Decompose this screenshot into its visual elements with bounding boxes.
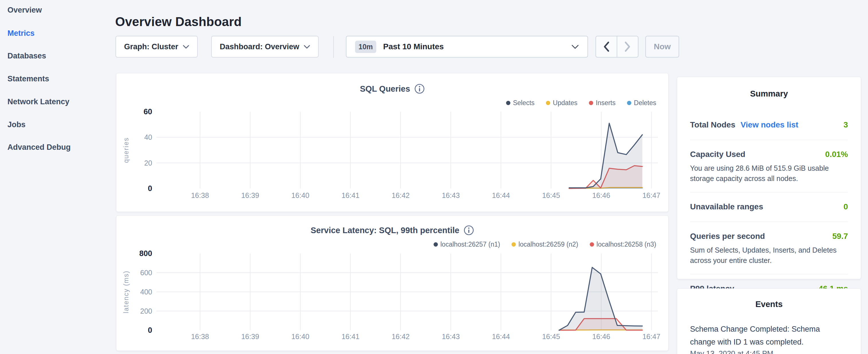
chevron-left-icon [603,41,610,52]
time-step-buttons [595,36,639,58]
svg-text:16:39: 16:39 [241,332,259,341]
unavailable-ranges-label: Unavailable ranges [690,202,763,212]
graph-selector-dropdown[interactable]: Graph: Cluster [116,36,198,58]
svg-text:0: 0 [148,326,152,334]
svg-text:16:45: 16:45 [542,332,560,341]
svg-text:0: 0 [148,184,152,193]
events-title: Events [690,299,848,309]
sidebar-item-overview[interactable]: Overview [7,6,42,14]
svg-text:16:43: 16:43 [442,191,460,199]
svg-text:16:45: 16:45 [542,191,560,199]
time-window-badge: 10m [355,41,376,53]
unavailable-ranges-value: 0 [843,202,848,212]
svg-text:16:43: 16:43 [442,332,460,341]
svg-text:16:41: 16:41 [342,332,360,341]
summary-divider [690,274,848,275]
controls-divider [333,36,334,58]
queries-per-second-label: Queries per second [690,232,765,241]
chevron-down-icon [183,45,189,49]
events-panel: Events Schema Change Completed: Schema c… [677,288,861,354]
svg-text:16:40: 16:40 [291,332,309,341]
service-latency-plot[interactable]: 16:3816:3916:4016:4116:4216:4316:4416:45… [116,216,669,351]
summary-divider [690,222,848,222]
event-item-timestamp: May 13, 2020 at 4:45 PM [690,349,848,354]
chevron-down-icon [304,45,310,49]
svg-text:40: 40 [144,133,152,141]
sql-queries-chart-card: SQL Queries SelectsUpdatesInsertsDeletes… [116,73,669,212]
now-button-label: Now [654,42,671,51]
time-window-label: Past 10 Minutes [383,42,564,51]
svg-text:16:47: 16:47 [643,191,660,199]
now-button[interactable]: Now [645,36,679,58]
svg-text:16:39: 16:39 [241,191,259,199]
sidebar-item-network-latency[interactable]: Network Latency [7,97,69,106]
time-step-back-button[interactable] [596,36,617,57]
svg-text:16:44: 16:44 [492,332,510,341]
view-nodes-list-link[interactable]: View nodes list [741,120,798,129]
summary-panel: Summary Total Nodes View nodes list 3 Ca… [677,77,861,279]
total-nodes-value: 3 [843,120,848,129]
event-item-text[interactable]: Schema Change Completed: Schema change w… [690,323,825,349]
time-step-forward-button[interactable] [617,36,638,57]
sidebar: OverviewMetricsDatabasesStatementsNetwor… [0,0,115,354]
sidebar-item-metrics[interactable]: Metrics [7,29,35,38]
sidebar-item-advanced-debug[interactable]: Advanced Debug [7,143,71,152]
sql-queries-plot[interactable]: 16:3816:3916:4016:4116:4216:4316:4416:45… [116,73,669,212]
svg-text:16:46: 16:46 [592,332,610,341]
capacity-used-value: 0.01% [825,150,848,159]
svg-text:16:41: 16:41 [342,191,360,199]
capacity-used-row: Capacity Used 0.01% [690,150,848,159]
svg-text:200: 200 [140,307,152,315]
time-window-dropdown[interactable]: 10m Past 10 Minutes [346,36,588,58]
chevron-right-icon [624,41,631,52]
unavailable-ranges-row: Unavailable ranges 0 [690,202,848,212]
svg-text:400: 400 [140,288,152,296]
chevron-down-icon [571,45,579,49]
service-latency-chart-card: Service Latency: SQL, 99th percentile lo… [116,215,669,351]
svg-text:60: 60 [144,107,152,116]
svg-text:16:47: 16:47 [643,332,660,341]
capacity-used-description: You are using 28.6 MiB of 515.9 GiB usab… [690,163,848,184]
summary-title: Summary [690,89,848,99]
svg-text:queries: queries [122,137,130,163]
graph-selector-label: Graph: Cluster [124,42,178,51]
svg-text:600: 600 [140,269,152,277]
sidebar-item-statements[interactable]: Statements [7,74,49,83]
queries-per-second-description: Sum of Selects, Updates, Inserts, and De… [690,245,848,265]
queries-per-second-row: Queries per second 59.7 [690,232,848,241]
svg-text:16:38: 16:38 [191,191,209,199]
sidebar-item-databases[interactable]: Databases [7,52,46,60]
total-nodes-label: Total Nodes [690,120,735,129]
dashboard-selector-dropdown[interactable]: Dashboard: Overview [211,36,319,58]
svg-text:20: 20 [144,159,152,167]
sidebar-item-jobs[interactable]: Jobs [7,120,26,129]
summary-divider [690,140,848,140]
dashboard-selector-label: Dashboard: Overview [220,42,300,51]
svg-text:16:42: 16:42 [392,332,410,341]
svg-text:800: 800 [139,249,152,258]
svg-text:16:44: 16:44 [492,191,510,199]
svg-text:16:42: 16:42 [392,191,410,199]
svg-text:latency (ms): latency (ms) [122,270,130,313]
svg-text:16:40: 16:40 [291,191,309,199]
svg-text:16:46: 16:46 [592,191,610,199]
queries-per-second-value: 59.7 [833,232,848,241]
total-nodes-row: Total Nodes View nodes list 3 [690,120,848,129]
page-title: Overview Dashboard [115,14,242,29]
svg-text:16:38: 16:38 [191,332,209,341]
capacity-used-label: Capacity Used [690,150,745,159]
